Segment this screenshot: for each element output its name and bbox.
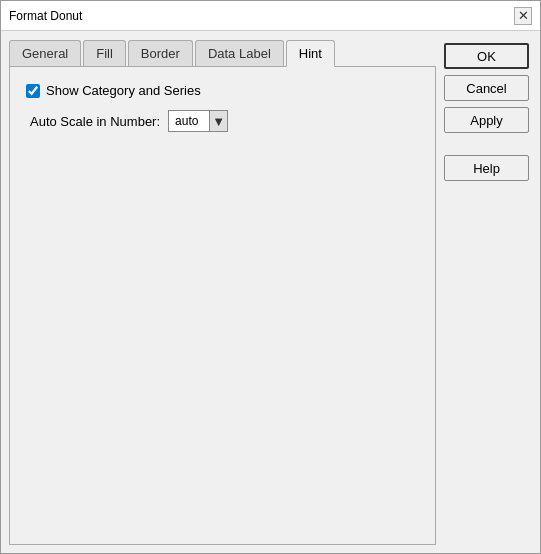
auto-scale-select[interactable]: auto ▼ [168, 110, 228, 132]
main-area: General Fill Border Data Label Hint [9, 39, 436, 545]
title-bar: Format Donut ✕ [1, 1, 540, 31]
help-button[interactable]: Help [444, 155, 529, 181]
tab-data-label[interactable]: Data Label [195, 40, 284, 66]
cancel-button[interactable]: Cancel [444, 75, 529, 101]
format-donut-dialog: Format Donut ✕ General Fill Border Data … [0, 0, 541, 554]
ok-button[interactable]: OK [444, 43, 529, 69]
select-value: auto [169, 114, 209, 128]
button-spacer [444, 139, 532, 149]
auto-scale-row: Auto Scale in Number: auto ▼ [30, 110, 419, 132]
close-icon: ✕ [518, 8, 529, 23]
tab-fill[interactable]: Fill [83, 40, 126, 66]
close-button[interactable]: ✕ [514, 7, 532, 25]
tab-general[interactable]: General [9, 40, 81, 66]
sidebar-buttons: OK Cancel Apply Help [444, 39, 532, 545]
show-category-label: Show Category and Series [46, 83, 201, 98]
dialog-title: Format Donut [9, 9, 82, 23]
dropdown-arrow-icon: ▼ [209, 111, 227, 131]
show-category-checkbox[interactable] [26, 84, 40, 98]
tab-hint[interactable]: Hint [286, 40, 335, 67]
apply-button[interactable]: Apply [444, 107, 529, 133]
tab-border[interactable]: Border [128, 40, 193, 66]
show-category-row: Show Category and Series [26, 83, 419, 98]
dialog-body: General Fill Border Data Label Hint [1, 31, 540, 553]
hint-tab-content: Show Category and Series Auto Scale in N… [9, 67, 436, 545]
auto-scale-label: Auto Scale in Number: [30, 114, 160, 129]
tab-bar: General Fill Border Data Label Hint [9, 39, 436, 67]
